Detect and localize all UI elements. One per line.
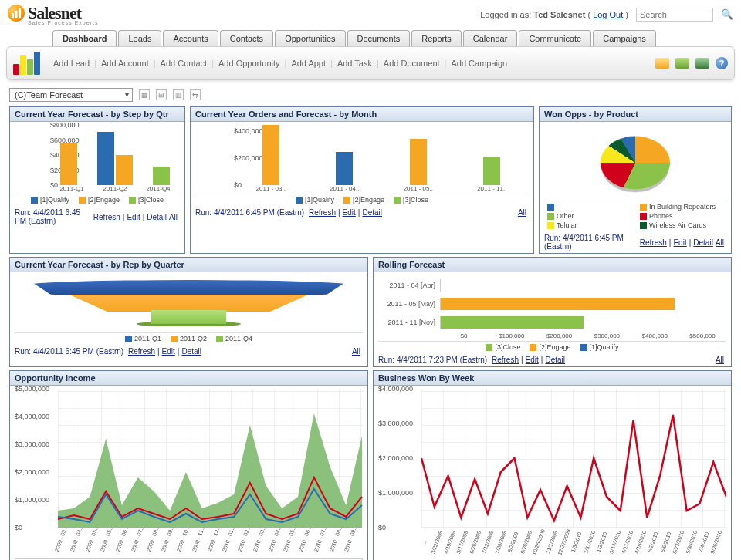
edit-link[interactable]: Edit <box>526 356 539 364</box>
panel-orders-forecast-month: Current Year Orders and Forecast - by Mo… <box>190 106 534 254</box>
brand-logo: Salesnet Sales Process Experts <box>8 3 98 25</box>
refresh-link[interactable]: Refresh <box>492 356 519 364</box>
detail-link[interactable]: Detail <box>181 347 201 356</box>
detail-link[interactable]: Detail <box>362 208 382 217</box>
panel-title: Current Year Orders and Forecast - by Mo… <box>191 107 533 122</box>
panel-rolling-forecast: Rolling Forecast 2011 - 04 [Apr] 2011 - … <box>373 257 732 367</box>
money-icon[interactable] <box>695 58 709 69</box>
panel-title: Business Won By Week <box>374 371 731 386</box>
tab-leads[interactable]: Leads <box>118 30 161 46</box>
area-chart <box>58 389 363 528</box>
panel-forecast-rep-quarter: Current Year Forecast - by Rep by Quarte… <box>9 257 368 367</box>
legend-item: Phones <box>640 212 723 220</box>
action-add-document[interactable]: Add Document <box>384 59 440 68</box>
refresh-link[interactable]: Refresh <box>640 238 667 247</box>
brand-tagline: Sales Process Experts <box>28 20 98 25</box>
legend-swatch-icon <box>640 222 647 229</box>
refresh-link[interactable]: Refresh <box>128 347 155 356</box>
tab-accounts[interactable]: Accounts <box>163 30 218 46</box>
all-link[interactable]: All <box>716 238 724 247</box>
legend-item: [1]Qualify <box>31 196 69 204</box>
legend-item: 2011-Q1 <box>125 335 161 342</box>
legend-swatch-icon <box>343 197 350 204</box>
legend-swatch-icon <box>547 222 554 229</box>
edit-link[interactable]: Edit <box>343 208 356 217</box>
panel-footer: Run: 4/4/2011 6:45 PM (Eastrn) Refresh|E… <box>540 232 731 253</box>
all-link[interactable]: All <box>169 213 178 221</box>
panels-area: Current Year Forecast - by Step by Qtr $… <box>9 106 732 560</box>
search-icon[interactable]: 🔍 <box>721 8 733 20</box>
refresh-link[interactable]: Refresh <box>309 208 336 217</box>
panel-title: Opportunity Income <box>10 371 367 386</box>
chart-area: 2011-Q12011-Q22011-Q4 <box>10 272 367 346</box>
tab-dashboard[interactable]: Dashboard <box>52 30 117 46</box>
chart-area: $5,000,000 $4,000,000 $3,000,000 $2,000,… <box>10 386 367 560</box>
legend-item: Other <box>547 212 631 220</box>
all-link[interactable]: All <box>352 347 360 356</box>
tab-documents[interactable]: Documents <box>347 30 411 46</box>
current-user: Ted Salesnet <box>533 10 585 19</box>
tab-campaigns[interactable]: Campaigns <box>593 30 656 46</box>
actionbar-right-icons: ? <box>655 57 728 69</box>
panel-title: Won Opps - by Product <box>540 107 731 122</box>
detail-link[interactable]: Detail <box>147 213 167 221</box>
tab-opportunities[interactable]: Opportunities <box>275 30 345 46</box>
panel-title: Rolling Forecast <box>374 258 731 272</box>
tab-calendar[interactable]: Calendar <box>463 30 518 46</box>
edit-link[interactable]: Edit <box>127 213 140 221</box>
view-selector[interactable]: (C)Team Forecast <box>9 88 133 102</box>
legend-item: [2]Engage <box>530 343 570 351</box>
dashboard-controls: (C)Team Forecast ▦ ⊞ ▥ ⇆ <box>9 88 732 102</box>
legend-item: [2]Engage <box>343 196 384 204</box>
layout-grid-icon[interactable]: ▦ <box>139 89 150 100</box>
layout-cols-icon[interactable]: ▥ <box>173 89 184 100</box>
panel-title: Current Year Forecast - by Rep by Quarte… <box>10 258 367 272</box>
folder-icon[interactable] <box>655 58 669 69</box>
edit-link[interactable]: Edit <box>673 238 686 247</box>
detail-link[interactable]: Detail <box>693 238 713 247</box>
legend-swatch-icon <box>129 197 136 204</box>
legend-item: [1]Qualify <box>296 196 334 204</box>
legend-swatch-icon <box>31 197 38 204</box>
tab-contacts[interactable]: Contacts <box>220 30 273 46</box>
action-links: Add Lead|Add Account|Add Contact|Add Opp… <box>53 59 507 68</box>
action-add-contact[interactable]: Add Contact <box>161 59 208 68</box>
legend-swatch-icon <box>486 344 492 351</box>
legend-item: Telular <box>547 221 631 229</box>
legend-item: [3]Close <box>486 343 520 351</box>
panel-business-won-week: Business Won By Week $4,000,000 $3,000,0… <box>373 370 732 560</box>
help-icon[interactable]: ? <box>716 57 728 69</box>
chart-area: $400,000 $200,000 $0 2011 - 03..2011 - 0… <box>191 122 533 207</box>
tab-reports[interactable]: Reports <box>411 30 462 46</box>
app-header: Salesnet Sales Process Experts Logged in… <box>0 0 741 27</box>
action-add-account[interactable]: Add Account <box>101 59 149 68</box>
layout-add-icon[interactable]: ⊞ <box>156 89 167 100</box>
pie-chart <box>601 137 670 190</box>
detail-link[interactable]: Detail <box>545 356 565 364</box>
action-add-campaign[interactable]: Add Campaign <box>451 59 507 68</box>
legend-item: [1]Qualify <box>580 343 619 351</box>
action-add-lead[interactable]: Add Lead <box>53 59 90 68</box>
legend-swatch-icon <box>296 197 303 204</box>
edit-link[interactable]: Edit <box>162 347 175 356</box>
action-add-opportunity[interactable]: Add Opportunity <box>218 59 280 68</box>
legend-swatch-icon <box>547 213 554 220</box>
legend-item: [3]Close <box>394 196 428 204</box>
mail-icon[interactable] <box>675 58 689 69</box>
panel-title: Current Year Forecast - by Step by Qtr <box>10 107 184 122</box>
panel-won-opps-product: Won Opps - by Product --In Building Repe… <box>539 106 732 254</box>
chart-area: --In Building RepeatersOtherPhonesTelula… <box>540 122 731 232</box>
tab-communicate[interactable]: Communicate <box>519 30 591 46</box>
all-link[interactable]: All <box>518 208 526 217</box>
action-add-appt[interactable]: Add Appt <box>291 59 326 68</box>
refresh-link[interactable]: Refresh <box>93 213 120 221</box>
layout-link-icon[interactable]: ⇆ <box>190 89 201 100</box>
header-right: Logged in as: Ted Salesnet ( Log Out ) 🔍 <box>480 8 733 22</box>
legend-swatch-icon <box>640 204 647 211</box>
panel-opportunity-income: Opportunity Income $5,000,000 $4,000,000… <box>9 370 368 560</box>
main-tabstrip: DashboardLeadsAccountsContactsOpportunit… <box>6 30 735 46</box>
logout-link[interactable]: Log Out <box>593 10 623 19</box>
action-add-task[interactable]: Add Task <box>337 59 372 68</box>
search-input[interactable] <box>636 8 713 22</box>
all-link[interactable]: All <box>716 356 724 364</box>
